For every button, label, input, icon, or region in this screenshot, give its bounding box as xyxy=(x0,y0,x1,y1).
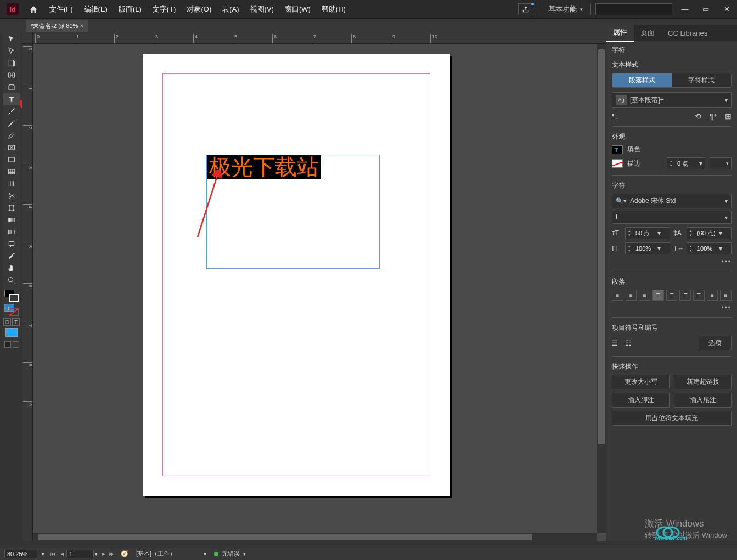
stroke-style-dropdown[interactable]: ▾ xyxy=(710,157,732,169)
gradient-feather-tool[interactable] xyxy=(3,226,20,238)
justify-center[interactable]: ≣ xyxy=(666,290,678,301)
horizontal-ruler[interactable]: 012345678910 xyxy=(33,33,606,44)
gradient-swatch-tool[interactable] xyxy=(3,214,20,226)
new-hyperlink-button[interactable]: 新建超链接 xyxy=(674,375,732,389)
tab-properties[interactable]: 属性 xyxy=(606,25,634,42)
text-format-button[interactable]: T xyxy=(12,318,20,326)
align-away-spine[interactable]: ≡ xyxy=(720,290,732,301)
more-paragraph-options[interactable]: ••• xyxy=(612,304,732,312)
leading-input[interactable] xyxy=(695,230,717,236)
free-transform-tool[interactable] xyxy=(3,202,20,214)
scissors-tool[interactable] xyxy=(3,190,20,202)
text-frame[interactable]: 极光下载站 xyxy=(206,155,380,269)
menu-table[interactable]: 表(A) xyxy=(217,4,244,14)
menu-help[interactable]: 帮助(H) xyxy=(316,4,351,14)
align-left[interactable]: ≡ xyxy=(612,290,623,301)
text-stroke-swatch[interactable] xyxy=(9,308,19,316)
character-style-tab[interactable]: 字符样式 xyxy=(672,73,731,87)
justify-left[interactable]: ≣ xyxy=(652,290,664,301)
grid-tool[interactable] xyxy=(3,166,20,178)
chevron-down-icon[interactable]: ▾ xyxy=(655,229,663,237)
home-icon[interactable] xyxy=(29,5,38,14)
bullets-options-button[interactable]: 选项 xyxy=(699,336,732,350)
insert-footnote-button[interactable]: 插入脚注 xyxy=(612,393,670,408)
justify-right[interactable]: ≣ xyxy=(679,290,691,301)
container-format-button[interactable]: □ xyxy=(3,318,11,326)
menu-object[interactable]: 对象(O) xyxy=(181,4,217,14)
open-nav-icon[interactable]: 🧭 xyxy=(121,550,128,557)
size-spin[interactable]: ▴▾ xyxy=(626,229,633,237)
prev-page-button[interactable]: ◂ xyxy=(58,550,66,558)
hand-tool[interactable] xyxy=(3,262,20,274)
maximize-button[interactable]: ▭ xyxy=(697,4,714,15)
stroke-color-chip[interactable] xyxy=(612,159,623,168)
workspace-switcher[interactable]: 基本功能 ▾ xyxy=(543,4,586,14)
text-content[interactable]: 极光下载站 xyxy=(207,155,321,179)
font-weight-dropdown[interactable]: L ▾ xyxy=(612,211,732,224)
new-style-icon[interactable]: ¶⁺ xyxy=(709,112,717,121)
menu-view[interactable]: 视图(V) xyxy=(245,4,279,14)
color-profile-dropdown[interactable]: [基本]（工作） ▾ xyxy=(133,549,210,559)
next-page-button[interactable]: ▸ xyxy=(99,550,108,558)
stroke-spin[interactable]: ▴▾ xyxy=(667,159,675,168)
vertical-scrollbar[interactable] xyxy=(597,44,606,533)
normal-view-button[interactable] xyxy=(4,341,11,348)
column-guide-tool[interactable] xyxy=(3,178,20,190)
first-page-button[interactable]: ⏮ xyxy=(49,550,58,558)
chevron-down-icon[interactable]: ▾ xyxy=(717,229,724,237)
page-input[interactable] xyxy=(66,550,94,558)
horizontal-scrollbar[interactable] xyxy=(33,533,597,541)
align-toward-spine[interactable]: ≡ xyxy=(707,290,718,301)
pencil-tool[interactable] xyxy=(3,129,20,142)
pilcrow-icon[interactable]: ¶. xyxy=(612,112,618,121)
pen-tool[interactable] xyxy=(3,117,20,129)
stroke-swatch[interactable] xyxy=(9,294,19,302)
vertical-ruler[interactable]: 0123456789 xyxy=(22,44,33,541)
menu-window[interactable]: 窗口(W) xyxy=(279,4,316,14)
fill-placeholder-button[interactable]: 用占位符文本填充 xyxy=(612,411,732,426)
tab-cc-libraries[interactable]: CC Libraries xyxy=(661,26,714,41)
apply-color-button[interactable] xyxy=(5,328,18,337)
document-viewport[interactable]: 极光下载站 xyxy=(33,44,597,533)
gap-tool[interactable] xyxy=(3,69,20,81)
more-character-options[interactable]: ••• xyxy=(612,258,732,265)
align-right[interactable]: ≡ xyxy=(639,290,650,301)
ruler-origin[interactable] xyxy=(22,33,33,44)
bulleted-list-icon[interactable]: ☰ xyxy=(612,340,618,347)
menu-layout[interactable]: 版面(L) xyxy=(113,4,147,14)
vs-spin[interactable]: ▴▾ xyxy=(626,244,633,253)
menu-file[interactable]: 文件(F) xyxy=(44,4,78,14)
page-tool[interactable] xyxy=(3,57,20,69)
chevron-down-icon[interactable]: ▾ xyxy=(717,245,724,252)
type-tool[interactable] xyxy=(3,93,20,105)
vscale-input[interactable] xyxy=(633,245,655,252)
justify-all[interactable]: ≣ xyxy=(693,290,705,301)
preview-view-button[interactable] xyxy=(13,341,19,348)
line-tool[interactable] xyxy=(3,105,20,117)
paragraph-style-tab[interactable]: 段落样式 xyxy=(612,73,672,87)
chevron-down-icon[interactable]: ▾ xyxy=(42,551,44,557)
preflight-status[interactable]: 无错误 ▾ xyxy=(214,550,246,558)
note-tool[interactable] xyxy=(3,238,20,250)
insert-endnote-button[interactable]: 插入尾注 xyxy=(674,393,732,408)
font-family-dropdown[interactable]: 🔍▾ Adobe 宋体 Std ▾ xyxy=(612,194,732,208)
share-button[interactable] xyxy=(518,3,533,15)
hscale-input[interactable] xyxy=(695,245,717,252)
last-page-button[interactable]: ⏭ xyxy=(108,550,116,558)
zoom-input[interactable] xyxy=(4,550,37,558)
paragraph-style-dropdown[interactable]: Ag [基本段落]+ ▾ xyxy=(612,92,732,108)
stroke-weight-input[interactable] xyxy=(675,160,697,167)
lead-spin[interactable]: ▴▾ xyxy=(687,229,695,237)
align-center[interactable]: ≡ xyxy=(626,290,637,301)
chevron-down-icon[interactable]: ▾ xyxy=(697,160,705,167)
eyedropper-tool[interactable] xyxy=(3,250,20,262)
minimize-button[interactable]: — xyxy=(677,4,693,15)
document-tab[interactable]: *未命名-2 @ 80% × xyxy=(26,20,88,32)
search-input[interactable] xyxy=(595,3,672,15)
menu-text[interactable]: 文字(T) xyxy=(147,4,182,14)
change-case-button[interactable]: 更改大小写 xyxy=(612,375,670,389)
direct-selection-tool[interactable] xyxy=(3,45,20,57)
font-size-input[interactable] xyxy=(633,230,655,236)
chevron-down-icon[interactable]: ▾ xyxy=(655,245,663,252)
content-collector-tool[interactable] xyxy=(3,81,20,93)
